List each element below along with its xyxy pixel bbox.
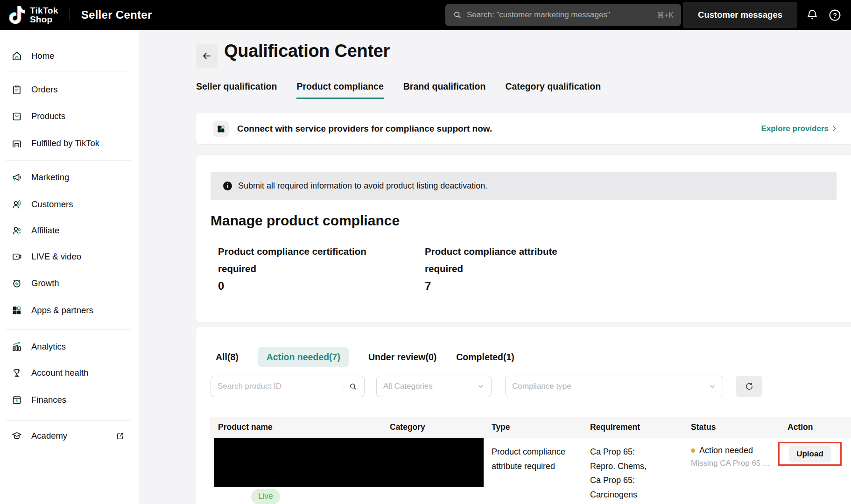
marketing-icon <box>11 172 22 183</box>
home-icon <box>11 50 22 62</box>
global-search[interactable]: ⌘+K <box>445 4 681 26</box>
back-button[interactable] <box>196 44 218 68</box>
stat-value: 7 <box>425 280 632 293</box>
help-icon: ? <box>828 8 842 22</box>
status-detail: Missing CA Prop 65 ... <box>691 459 769 468</box>
filters-row: All Categories Compliance type <box>211 376 837 397</box>
tab-category-qualification[interactable]: Category qualification <box>505 81 601 99</box>
chevron-right-icon <box>831 125 838 132</box>
brand-text: TikTok Shop <box>30 6 58 24</box>
product-id-search-input[interactable] <box>218 382 341 391</box>
category-select-value: All Categories <box>383 382 477 391</box>
service-providers-banner: Connect with service providers for compl… <box>196 113 851 144</box>
academy-icon <box>11 430 22 441</box>
sidebar-item-analytics[interactable]: Analytics <box>11 340 125 354</box>
alert-text: Submit all required information to avoid… <box>238 181 487 191</box>
page-title: Qualification Center <box>224 41 390 61</box>
svg-text:?: ? <box>833 11 837 19</box>
explore-providers-link[interactable]: Explore providers <box>761 124 838 133</box>
filter-tab-all[interactable]: All(8) <box>216 347 239 367</box>
sidebar-item-apps-partners[interactable]: Apps & partners <box>11 303 125 317</box>
refresh-icon <box>745 382 754 391</box>
sidebar-item-label: Fulfilled by TikTok <box>31 138 99 148</box>
filter-tab-under-review[interactable]: Under review(0) <box>368 347 436 367</box>
global-search-input[interactable] <box>467 10 652 20</box>
banner-text: Connect with service providers for compl… <box>237 124 492 134</box>
chevron-down-icon <box>477 383 485 390</box>
customer-messages-button[interactable]: Customer messages <box>683 2 797 28</box>
column-header-type: Type <box>492 417 510 438</box>
sidebar-divider <box>6 160 132 161</box>
status-text: Action needed <box>699 446 753 455</box>
tiktok-logo-icon <box>9 6 25 24</box>
sidebar-item-label: Finances <box>31 395 66 405</box>
sidebar-item-finances[interactable]: $ Finances <box>11 393 125 407</box>
sidebar: Home Orders Products Fulfilled by TikTok <box>0 30 139 504</box>
growth-icon <box>11 278 22 289</box>
product-image-redacted <box>214 438 484 487</box>
search-icon <box>349 382 358 391</box>
sidebar-item-affiliate[interactable]: Affiliate <box>11 224 125 238</box>
stat-value: 0 <box>218 280 425 293</box>
sidebar-item-label: Account health <box>31 368 88 378</box>
sidebar-item-marketing[interactable]: Marketing <box>11 170 125 184</box>
sidebar-item-label: Customers <box>31 199 73 210</box>
sidebar-item-live-video[interactable]: LIVE & video <box>11 250 125 264</box>
sidebar-item-home[interactable]: Home <box>11 49 125 63</box>
sidebar-item-account-health[interactable]: Account health <box>11 366 125 380</box>
column-header-category: Category <box>390 417 425 438</box>
sidebar-item-label: LIVE & video <box>31 252 81 262</box>
section-title: Manage product compliance <box>211 213 837 229</box>
column-header-requirement: Requirement <box>590 417 640 438</box>
tab-brand-qualification[interactable]: Brand qualification <box>403 81 486 99</box>
compliance-overview-card: i Submit all required information to avo… <box>196 155 851 322</box>
tiktok-shop-logo[interactable]: TikTok Shop <box>9 6 58 24</box>
sidebar-item-growth[interactable]: Growth <box>11 276 125 290</box>
help-button[interactable]: ? <box>828 8 842 22</box>
cell-type: Product compliance attribute required <box>492 445 575 473</box>
filter-tab-completed[interactable]: Completed(1) <box>456 347 514 367</box>
sidebar-item-label: Analytics <box>31 342 66 352</box>
sidebar-item-fulfilled-by-tiktok[interactable]: Fulfilled by TikTok <box>11 136 125 150</box>
sidebar-item-academy[interactable]: Academy <box>11 429 125 443</box>
explore-providers-label: Explore providers <box>761 124 829 133</box>
sidebar-item-label: Products <box>31 111 65 121</box>
grid-icon <box>213 121 229 137</box>
upload-button[interactable]: Upload <box>789 446 831 462</box>
refresh-button[interactable] <box>736 376 762 397</box>
notifications-button[interactable] <box>806 8 819 21</box>
sidebar-item-products[interactable]: Products <box>11 109 125 123</box>
filter-tab-action-needed[interactable]: Action needed(7) <box>258 347 349 367</box>
table-row: Live Product compliance attribute requir… <box>196 438 851 504</box>
live-status-badge: Live <box>251 489 280 504</box>
compliance-type-select[interactable]: Compliance type <box>505 376 723 397</box>
app-name: Seller Center <box>81 8 152 21</box>
brand-line1: TikTok <box>30 6 58 15</box>
topbar: TikTok Shop Seller Center ⌘+K Customer m… <box>0 0 851 30</box>
table-header: Product name Category Type Requirement S… <box>210 417 851 438</box>
sidebar-item-orders[interactable]: Orders <box>11 83 125 97</box>
orders-icon <box>11 84 22 95</box>
column-header-status: Status <box>691 417 716 438</box>
sidebar-item-label: Academy <box>31 431 67 441</box>
search-separator <box>344 382 344 391</box>
compliance-type-value: Compliance type <box>512 382 709 391</box>
svg-text:$: $ <box>16 399 18 403</box>
customers-icon <box>11 199 22 210</box>
sidebar-item-customers[interactable]: Customers <box>11 197 125 211</box>
sidebar-divider <box>6 420 132 421</box>
app-root: TikTok Shop Seller Center ⌘+K Customer m… <box>0 0 851 504</box>
status-filter-tabs: All(8) Action needed(7) Under review(0) … <box>216 347 514 367</box>
column-header-product-name: Product name <box>218 417 273 438</box>
products-icon <box>11 111 22 122</box>
cell-requirement: Ca Prop 65: Repro. Chems, Ca Prop 65: Ca… <box>590 445 650 502</box>
apps-partners-icon <box>11 305 22 316</box>
info-icon: i <box>223 182 232 190</box>
analytics-icon <box>11 341 22 352</box>
category-select[interactable]: All Categories <box>376 376 492 397</box>
tab-seller-qualification[interactable]: Seller qualification <box>196 81 277 99</box>
tab-product-compliance[interactable]: Product compliance <box>296 81 383 99</box>
upload-annotation-highlight: Upload <box>778 442 842 466</box>
sidebar-divider <box>6 329 132 330</box>
product-id-search[interactable] <box>211 376 365 397</box>
